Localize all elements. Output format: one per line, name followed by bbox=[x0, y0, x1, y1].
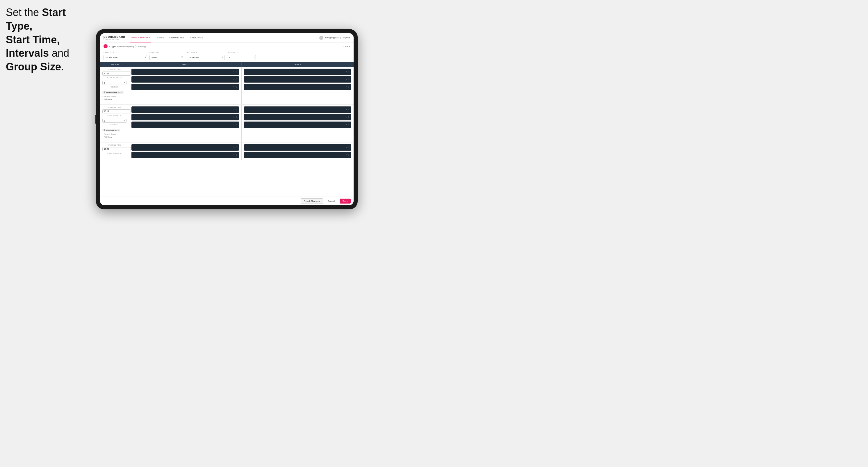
starting-time-row-2: ⏱ bbox=[102, 109, 126, 114]
player-input[interactable] bbox=[246, 76, 344, 83]
breadcrumb-bar: C Clippd Invitational (Mar) › Hosting ‹ … bbox=[100, 42, 353, 50]
nav-tab-teams[interactable]: TEAMS bbox=[155, 33, 164, 42]
back-button[interactable]: ‹ Back bbox=[343, 45, 350, 48]
player-input[interactable] bbox=[246, 84, 344, 90]
course-remove-1[interactable]: × bbox=[121, 91, 122, 93]
player-action-x[interactable]: × bbox=[233, 86, 235, 88]
player-input[interactable] bbox=[133, 122, 231, 128]
list-item: × ⊙ bbox=[244, 114, 351, 120]
player-input[interactable] bbox=[133, 69, 231, 75]
user-email: blair@clippd.io bbox=[325, 37, 339, 39]
player-action-x[interactable]: × bbox=[346, 78, 347, 81]
player-action-x[interactable]: × bbox=[233, 154, 235, 156]
player-action-search[interactable]: ⊙ bbox=[348, 71, 349, 73]
start-time-group: Start Time ⏱ bbox=[150, 52, 184, 60]
player-input[interactable] bbox=[246, 122, 344, 128]
sign-out-link[interactable]: Sign out bbox=[343, 37, 350, 39]
group-size-select[interactable]: 3 4 2 bbox=[227, 55, 256, 60]
course-remove-2[interactable]: × bbox=[118, 129, 119, 131]
player-action-search[interactable]: ⊙ bbox=[348, 146, 349, 149]
nav-tab-rankings[interactable]: RANKINGS bbox=[189, 33, 204, 42]
player-input[interactable] bbox=[133, 106, 231, 113]
player-action-search[interactable]: ⊙ bbox=[348, 78, 349, 81]
player-action-x[interactable]: × bbox=[233, 124, 235, 126]
add-group-link-1[interactable]: + Add Group bbox=[102, 98, 126, 100]
player-action-search[interactable]: ⊙ bbox=[236, 78, 237, 81]
add-group-link-2[interactable]: + Add Group bbox=[102, 136, 126, 138]
list-item: × ⊙ bbox=[244, 152, 351, 158]
player-action-x[interactable]: × bbox=[233, 78, 235, 81]
starting-hole-label-1: STARTING HOLE: bbox=[102, 77, 126, 79]
remove-group-link-1[interactable]: ○ Remove Group bbox=[102, 95, 126, 97]
team2-column-1: × ⊙ × ⊙ × bbox=[242, 67, 354, 104]
player-action-x[interactable]: × bbox=[346, 108, 347, 111]
reset-changes-button[interactable]: Reset Changes bbox=[301, 198, 323, 204]
player-action-search[interactable]: ⊙ bbox=[236, 71, 237, 73]
player-input[interactable] bbox=[246, 69, 344, 75]
starting-time-input-2[interactable] bbox=[102, 109, 131, 114]
player-action-x[interactable]: × bbox=[233, 71, 235, 73]
player-action-x[interactable]: × bbox=[346, 116, 347, 118]
user-avatar bbox=[319, 36, 323, 40]
start-type-select[interactable]: 1st Tee Start Shotgun Start bbox=[103, 55, 147, 60]
starting-hole-select-2[interactable]: 1 10 bbox=[102, 119, 126, 123]
player-action-x[interactable]: × bbox=[233, 146, 235, 149]
player-input[interactable] bbox=[246, 106, 344, 113]
intervals-select[interactable]: 10 Minutes 8 Minutes 12 Minutes bbox=[187, 55, 224, 60]
table-row: STARTING TIME: ⏱ STARTING HOLE: × ⊙ bbox=[100, 143, 353, 160]
player-input[interactable] bbox=[133, 76, 231, 83]
player-action-x[interactable]: × bbox=[233, 108, 235, 111]
player-action-search[interactable]: ⊙ bbox=[348, 86, 349, 88]
starting-time-input-1[interactable] bbox=[102, 71, 131, 75]
player-input[interactable] bbox=[133, 84, 231, 90]
save-button[interactable]: Save bbox=[340, 198, 351, 204]
player-actions: × ⊙ bbox=[233, 71, 237, 73]
breadcrumb-separator: › bbox=[135, 43, 136, 49]
breadcrumb-logo-icon: C bbox=[103, 44, 107, 48]
player-action-search[interactable]: ⊙ bbox=[348, 154, 349, 156]
player-input[interactable] bbox=[133, 144, 231, 151]
player-action-x[interactable]: × bbox=[233, 116, 235, 118]
player-input[interactable] bbox=[246, 152, 344, 158]
list-item: × ⊙ bbox=[244, 106, 351, 113]
start-type-label: Start Type bbox=[103, 52, 147, 54]
breadcrumb-tournament[interactable]: Clippd Invitational (Mar) bbox=[109, 45, 134, 48]
player-input[interactable] bbox=[133, 152, 231, 158]
player-actions: × ⊙ bbox=[346, 78, 349, 81]
nav-tab-committee[interactable]: COMMITTEE bbox=[169, 33, 185, 42]
player-action-search[interactable]: ⊙ bbox=[236, 154, 237, 156]
tablet-screen: SCOREBOARD Powered by clipp TOURNAMENTS … bbox=[100, 33, 353, 205]
course-icon-1: 🏌 bbox=[103, 91, 105, 93]
player-action-search[interactable]: ⊙ bbox=[348, 124, 349, 126]
player-action-x[interactable]: × bbox=[346, 154, 347, 156]
start-time-wrapper: ⏱ bbox=[150, 54, 184, 60]
th-team1: Team 1 bbox=[129, 62, 241, 67]
remove-group-link-2[interactable]: ○ Remove Group bbox=[102, 133, 126, 135]
player-action-x[interactable]: × bbox=[346, 71, 347, 73]
player-action-x[interactable]: × bbox=[346, 146, 347, 149]
top-navigation: SCOREBOARD Powered by clipp TOURNAMENTS … bbox=[100, 33, 353, 42]
player-action-search[interactable]: ⊙ bbox=[236, 124, 237, 126]
player-action-search[interactable]: ⊙ bbox=[236, 86, 237, 88]
table-row: STARTING TIME: ⏱ STARTING HOLE: 1 10 COU… bbox=[100, 67, 353, 105]
starting-hole-select-1[interactable]: 1 10 bbox=[102, 81, 126, 85]
player-action-search[interactable]: ⊙ bbox=[236, 116, 237, 118]
instruction-bold-1: Start Type,Start Time,Intervals bbox=[6, 6, 66, 59]
player-action-x[interactable]: × bbox=[346, 124, 347, 126]
player-action-search[interactable]: ⊙ bbox=[348, 108, 349, 111]
player-input[interactable] bbox=[133, 114, 231, 120]
player-actions: × ⊙ bbox=[233, 86, 237, 88]
start-time-input[interactable] bbox=[150, 55, 184, 60]
player-input[interactable] bbox=[246, 144, 344, 151]
cancel-button[interactable]: Cancel bbox=[325, 198, 338, 204]
player-action-x[interactable]: × bbox=[346, 86, 347, 88]
starting-time-row-3: ⏱ bbox=[102, 147, 126, 151]
team2-column-2: × ⊙ × ⊙ × bbox=[242, 105, 354, 142]
player-action-search[interactable]: ⊙ bbox=[236, 146, 237, 149]
player-action-search[interactable]: ⊙ bbox=[348, 116, 349, 118]
player-actions: × ⊙ bbox=[346, 71, 349, 73]
starting-time-input-3[interactable] bbox=[102, 147, 131, 151]
player-action-search[interactable]: ⊙ bbox=[236, 108, 237, 111]
nav-tab-tournaments[interactable]: TOURNAMENTS bbox=[130, 33, 151, 42]
player-input[interactable] bbox=[246, 114, 344, 120]
